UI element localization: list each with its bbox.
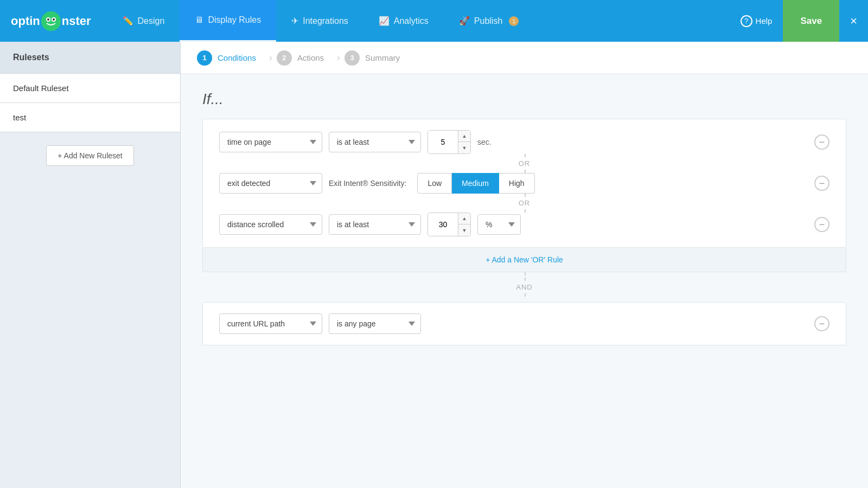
value-field-1: ▲ ▼ (427, 130, 471, 154)
condition-select-3[interactable]: distance scrolled time on page exit dete… (219, 214, 322, 235)
rule-row-url: current URL path time on page exit detec… (219, 313, 829, 334)
sensitivity-label: Exit Intent® Sensitivity: (329, 179, 406, 188)
nav-display-rules[interactable]: 🖥 Display Rules (180, 0, 276, 42)
steps-bar: 1 Conditions › 2 Actions › 3 Summary (181, 42, 868, 74)
condition-select-url[interactable]: current URL path time on page exit detec… (219, 313, 322, 334)
step-1-circle: 1 (197, 50, 212, 66)
spinners-1: ▲ ▼ (458, 131, 470, 153)
and-separator: AND (202, 272, 846, 297)
step-3-circle: 3 (344, 50, 360, 66)
rule-row-2: exit detected time on page distance scro… (219, 173, 829, 194)
logo-text: optin (11, 14, 40, 28)
step-summary[interactable]: 3 Summary (344, 50, 409, 66)
value-input-1[interactable] (428, 131, 458, 153)
publish-icon: 🚀 (459, 16, 470, 26)
close-button[interactable]: × (839, 0, 868, 42)
url-rule-group: current URL path time on page exit detec… (202, 302, 846, 345)
svg-point-0 (41, 11, 61, 31)
or-rule-group: time on page exit detected distance scro… (202, 119, 846, 248)
spinners-3: ▲ ▼ (458, 213, 470, 236)
sensitivity-group: Low Medium High (417, 173, 534, 194)
remove-rule-3[interactable]: − (814, 217, 829, 232)
step-conditions[interactable]: 1 Conditions (197, 50, 265, 66)
spin-up-1[interactable]: ▲ (458, 131, 470, 142)
step-2-circle: 2 (277, 50, 292, 66)
step-1-label: Conditions (218, 53, 256, 62)
add-ruleset-button[interactable]: + Add New Ruleset (46, 145, 133, 166)
sensitivity-medium[interactable]: Medium (452, 173, 499, 194)
step-3-label: Summary (365, 53, 400, 62)
step-2-label: Actions (297, 53, 324, 62)
condition-select-1[interactable]: time on page exit detected distance scro… (219, 132, 322, 152)
save-button[interactable]: Save (783, 0, 839, 42)
rule-row-3: distance scrolled time on page exit dete… (219, 213, 829, 236)
nav-analytics[interactable]: 📈 Analytics (363, 0, 444, 42)
unit-label-1: sec. (477, 138, 492, 146)
help-icon: ? (741, 15, 752, 27)
step-arrow-1: › (269, 52, 272, 63)
remove-rule-url[interactable]: − (814, 316, 829, 331)
or-separator-1: OR (219, 154, 829, 173)
sensitivity-high[interactable]: High (499, 173, 535, 194)
condition-select-2[interactable]: exit detected time on page distance scro… (219, 173, 322, 194)
sidebar-item-test[interactable]: test (0, 103, 180, 132)
main-nav: ✏️ Design 🖥 Display Rules ✈ Integrations… (107, 0, 730, 42)
sensitivity-low[interactable]: Low (417, 173, 452, 194)
nav-design[interactable]: ✏️ Design (107, 0, 180, 42)
step-arrow-2: › (337, 52, 340, 63)
help-button[interactable]: ? Help (730, 0, 783, 42)
header: optin nster ✏️ Design 🖥 Display Rules ✈ … (0, 0, 868, 42)
value-field-3: ▲ ▼ (427, 213, 471, 236)
if-title: If... (202, 91, 846, 108)
content-area: If... time on page exit detected distanc… (181, 74, 868, 362)
nav-right: ? Help Save × (730, 0, 868, 42)
svg-point-4 (53, 18, 55, 21)
sidebar: Rulesets Default Ruleset test + Add New … (0, 42, 181, 488)
spin-up-3[interactable]: ▲ (458, 213, 470, 224)
display-rules-icon: 🖥 (195, 15, 203, 25)
logo-monster-icon (41, 11, 61, 31)
or-separator-2: OR (219, 194, 829, 213)
value-input-3[interactable] (428, 213, 458, 236)
nav-display-rules-label: Display Rules (208, 15, 261, 25)
nav-design-label: Design (138, 16, 165, 26)
remove-rule-1[interactable]: − (814, 134, 829, 150)
logo: optin nster (11, 11, 91, 31)
rule-row-1: time on page exit detected distance scro… (219, 130, 829, 154)
remove-rule-2[interactable]: − (814, 176, 829, 191)
layout: Rulesets Default Ruleset test + Add New … (0, 42, 868, 488)
nav-publish-label: Publish (474, 16, 502, 26)
sidebar-title: Rulesets (0, 42, 180, 74)
svg-point-3 (47, 18, 49, 21)
analytics-icon: 📈 (379, 16, 390, 26)
publish-badge: 1 (509, 16, 519, 26)
nav-publish[interactable]: 🚀 Publish 1 (444, 0, 534, 42)
help-label: Help (756, 16, 773, 25)
logo-text-after: nster (62, 14, 91, 28)
spin-down-1[interactable]: ▼ (458, 142, 470, 153)
nav-integrations[interactable]: ✈ Integrations (276, 0, 363, 42)
unit-select-3[interactable]: % px (477, 214, 521, 235)
integrations-icon: ✈ (291, 16, 298, 26)
operator-select-3[interactable]: is at least is less than (329, 214, 421, 235)
main-content: 1 Conditions › 2 Actions › 3 Summary If.… (181, 42, 868, 488)
add-or-rule-button[interactable]: + Add a New 'OR' Rule (202, 248, 846, 272)
step-actions[interactable]: 2 Actions (277, 50, 333, 66)
nav-analytics-label: Analytics (394, 16, 429, 26)
nav-integrations-label: Integrations (303, 16, 348, 26)
operator-select-1[interactable]: is at least is less than (329, 132, 421, 152)
operator-select-url[interactable]: is any page contains does not contain (329, 313, 421, 334)
sidebar-item-default-ruleset[interactable]: Default Ruleset (0, 74, 180, 103)
spin-down-3[interactable]: ▼ (458, 224, 470, 236)
design-icon: ✏️ (123, 16, 133, 26)
